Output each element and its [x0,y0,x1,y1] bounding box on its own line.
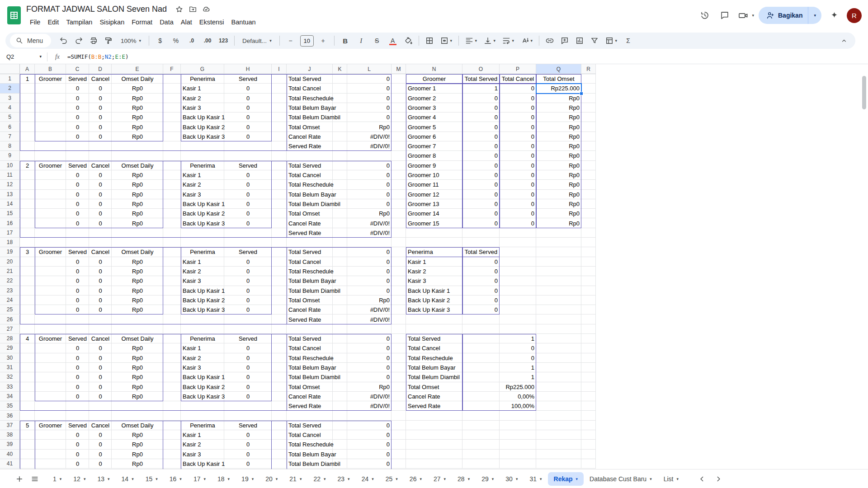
cell-L21[interactable]: 0 [347,267,392,276]
row-header-4[interactable]: 4 [0,103,20,113]
undo-button[interactable] [57,34,71,47]
menu-data[interactable]: Data [156,17,177,27]
sheet-tab-27[interactable]: 27▾ [428,472,452,486]
cell-G6[interactable]: Back Up Kasir 2 [181,122,224,132]
cell-G25[interactable]: Back Up Kasir 3 [181,305,224,314]
name-box[interactable]: Q2 ▾ [0,50,47,64]
column-header-H[interactable]: H [224,64,272,74]
cell-E11[interactable]: Rp0 [112,170,163,180]
cell-L8[interactable]: #DIV/0! [347,141,392,151]
cell-G33[interactable]: Back Up Kasir 2 [181,382,224,392]
paint-format-button[interactable] [102,34,115,47]
cell-H15[interactable]: 0 [224,209,272,218]
cell-P12[interactable]: 0 [500,180,536,189]
cell-E5[interactable]: Rp0 [112,113,163,122]
decrease-decimal-button[interactable]: .0 [184,34,199,47]
cell-C38[interactable]: 0 [66,430,89,440]
cell-G20[interactable]: Kasir 1 [181,257,224,267]
cell-D30[interactable]: 0 [89,353,112,363]
cell-H13[interactable]: 0 [224,190,272,199]
sheet-tab-21[interactable]: 21▾ [283,472,307,486]
cell-E7[interactable]: Rp0 [112,132,163,141]
sheet-tab-database-cust-baru[interactable]: Database Cust Baru▾ [584,472,658,486]
cell-H39[interactable]: 0 [224,440,272,449]
row-header-21[interactable]: 21 [0,267,20,276]
cell-L25[interactable]: #DIV/0! [347,305,392,314]
cell-J4[interactable]: Total Belum Bayar [287,103,333,113]
cell-O30[interactable]: 0 [462,353,536,363]
cell-E30[interactable]: Rp0 [112,353,163,363]
cell-P16[interactable]: 0 [500,219,536,228]
cell-G41[interactable]: Back Up Kasir 1 [181,459,224,469]
cell-L13[interactable]: 0 [347,190,392,199]
cell-C29[interactable]: 0 [66,343,89,353]
cell-D40[interactable]: 0 [89,450,112,459]
cell-N2[interactable]: Groomer 1 [406,84,462,93]
cell-G21[interactable]: Kasir 2 [181,267,224,276]
cell-O14[interactable]: 0 [462,199,500,209]
cell-L20[interactable]: 0 [347,257,392,267]
add-sheet-button[interactable] [12,471,27,487]
cell-N7[interactable]: Groomer 6 [406,132,462,141]
cell-O15[interactable]: 0 [462,209,500,218]
sheet-tab-19[interactable]: 19▾ [236,472,259,486]
cell-O20[interactable]: 0 [462,257,500,267]
font-family-button[interactable]: Default...▾ [238,38,276,44]
cell-G11[interactable]: Kasir 1 [181,170,224,180]
cell-N11[interactable]: Groomer 10 [406,170,462,180]
cell-P15[interactable]: 0 [500,209,536,218]
row-header-15[interactable]: 15 [0,209,20,218]
cell-N20[interactable]: Kasir 1 [406,257,462,267]
cell-J26[interactable]: Served Rate [287,315,333,324]
cell-A1[interactable]: 1 [20,74,35,84]
cell-J39[interactable]: Total Reschedule [287,440,333,449]
cell-Q5[interactable]: Rp0 [536,113,581,122]
increase-decimal-button[interactable]: .00 [200,34,215,47]
cell-P14[interactable]: 0 [500,199,536,209]
cell-C10[interactable]: Served [66,161,89,170]
cell-L35[interactable]: #DIV/0! [347,401,392,411]
cell-C30[interactable]: 0 [66,353,89,363]
cell-E16[interactable]: Rp0 [112,219,163,228]
cell-J32[interactable]: Total Belum Diambil [287,372,333,382]
cell-L24[interactable]: Rp0 [347,296,392,305]
increase-font-size-button[interactable]: + [316,34,330,47]
fill-handle[interactable] [580,92,583,95]
cell-G34[interactable]: Back Up Kasir 3 [181,392,224,401]
cell-Q15[interactable]: Rp0 [536,209,581,218]
column-header-R[interactable]: R [581,64,596,74]
cell-P7[interactable]: 0 [500,132,536,141]
row-header-28[interactable]: 28 [0,334,20,343]
row-header-14[interactable]: 14 [0,199,20,209]
cell-D10[interactable]: Cancel [89,161,112,170]
cell-H28[interactable]: Served [224,334,272,343]
cell-O13[interactable]: 0 [462,190,500,199]
cell-D39[interactable]: 0 [89,440,112,449]
cell-G29[interactable]: Kasir 1 [181,343,224,353]
cell-L16[interactable]: #DIV/0! [347,219,392,228]
row-header-39[interactable]: 39 [0,440,20,449]
cell-L4[interactable]: 0 [347,103,392,113]
cell-B1[interactable]: Groomer [35,74,66,84]
cell-E6[interactable]: Rp0 [112,122,163,132]
cell-O23[interactable]: 0 [462,286,500,296]
sheet-tab-15[interactable]: 15▾ [140,472,164,486]
cell-E24[interactable]: Rp0 [112,296,163,305]
column-header-Q[interactable]: Q [536,64,581,74]
column-header-P[interactable]: P [500,64,536,74]
cell-J11[interactable]: Total Cancel [287,170,333,180]
cell-D37[interactable]: Cancel [89,421,112,430]
cell-O12[interactable]: 0 [462,180,500,189]
cell-P9[interactable]: 0 [500,151,536,160]
column-header-C[interactable]: C [66,64,89,74]
cell-L29[interactable]: 0 [347,343,392,353]
cell-L10[interactable]: 0 [347,161,392,170]
column-header-B[interactable]: B [35,64,66,74]
cell-D24[interactable]: 0 [89,296,112,305]
gemini-button[interactable] [826,6,842,24]
cell-G15[interactable]: Back Up Kasir 2 [181,209,224,218]
row-header-11[interactable]: 11 [0,170,20,180]
row-header-31[interactable]: 31 [0,363,20,372]
cell-G5[interactable]: Back Up Kasir 1 [181,113,224,122]
menu-tampilan[interactable]: Tampilan [62,17,96,27]
